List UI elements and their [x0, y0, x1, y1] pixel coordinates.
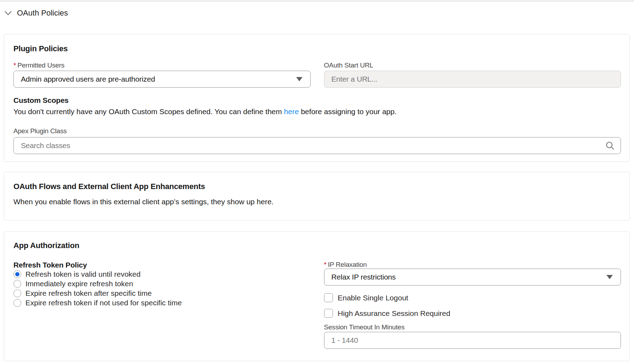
permitted-users-value: Admin approved users are pre-authorized	[21, 75, 155, 83]
apex-class-search-box	[13, 137, 621, 154]
ip-relaxation-value: Relax IP restrictions	[331, 273, 396, 281]
checkbox-unchecked[interactable]	[324, 293, 333, 302]
required-asterisk: *	[13, 61, 16, 69]
radio-refresh-token-valid-until-revoked[interactable]: Refresh token is valid until revoked	[13, 269, 311, 279]
ip-relaxation-select[interactable]: Relax IP restrictions	[324, 269, 621, 286]
permitted-users-select[interactable]: Admin approved users are pre-authorized	[13, 71, 311, 88]
oauth-start-url-field: OAuth Start URL	[324, 61, 621, 88]
high-assurance-session-checkbox-row[interactable]: High Assurance Session Required	[324, 309, 621, 318]
app-authorization-card: App Authorization Refresh Token Policy R…	[4, 231, 630, 361]
dropdown-caret-icon	[296, 77, 303, 81]
custom-scopes-here-link[interactable]: here	[284, 107, 299, 116]
oauth-policies-section-header[interactable]: OAuth Policies	[5, 8, 68, 18]
refresh-token-policy-label: Refresh Token Policy	[13, 261, 311, 269]
ip-relaxation-label: * IP Relaxation	[324, 261, 621, 269]
session-timeout-input[interactable]	[324, 332, 621, 349]
custom-scopes-description: You don't currently have any OAuth Custo…	[13, 107, 621, 116]
apex-class-search-input[interactable]	[13, 137, 621, 154]
plugin-policies-title: Plugin Policies	[13, 34, 621, 53]
radio-button[interactable]	[13, 289, 21, 297]
refresh-token-policy-radio-group: Refresh token is valid until revoked Imm…	[13, 269, 311, 307]
section-title: OAuth Policies	[17, 8, 68, 18]
enable-single-logout-checkbox-row[interactable]: Enable Single Logout	[324, 293, 621, 302]
chevron-down-icon[interactable]	[5, 11, 12, 16]
top-divider	[0, 1, 634, 1]
radio-expire-refresh-token-if-not-used[interactable]: Expire refresh token if not used for spe…	[13, 298, 311, 307]
dropdown-caret-icon	[606, 275, 613, 279]
radio-immediately-expire-refresh-token[interactable]: Immediately expire refresh token	[13, 279, 311, 288]
oauth-policies-page: OAuth Policies Plugin Policies * Permitt…	[0, 0, 634, 364]
permitted-users-label: * Permitted Users	[13, 61, 311, 69]
oauth-start-url-label: OAuth Start URL	[324, 61, 621, 69]
oauth-flows-title: OAuth Flows and External Client App Enha…	[13, 172, 621, 191]
checkbox-unchecked[interactable]	[324, 309, 333, 318]
oauth-start-url-input[interactable]	[324, 71, 621, 88]
search-icon	[605, 141, 615, 150]
radio-button[interactable]	[13, 299, 21, 307]
required-asterisk: *	[324, 261, 327, 269]
session-timeout-label: Session Timeout In Minutes	[324, 323, 621, 331]
radio-button-selected[interactable]	[13, 270, 21, 278]
refresh-token-policy-group: Refresh Token Policy Refresh token is va…	[13, 261, 311, 349]
app-authorization-title: App Authorization	[13, 232, 621, 250]
permitted-users-field: * Permitted Users Admin approved users a…	[13, 61, 311, 88]
apex-plugin-class-label: Apex Plugin Class	[13, 127, 621, 135]
oauth-flows-description: When you enable flows in this external c…	[13, 197, 621, 206]
oauth-flows-card: OAuth Flows and External Client App Enha…	[4, 172, 630, 221]
radio-button[interactable]	[13, 280, 21, 288]
app-authorization-right-column: * IP Relaxation Relax IP restrictions En…	[324, 261, 621, 349]
plugin-policies-card: Plugin Policies * Permitted Users Admin …	[4, 34, 630, 162]
radio-expire-refresh-token-after-time[interactable]: Expire refresh token after specific time	[13, 288, 311, 298]
custom-scopes-label: Custom Scopes	[13, 96, 621, 105]
